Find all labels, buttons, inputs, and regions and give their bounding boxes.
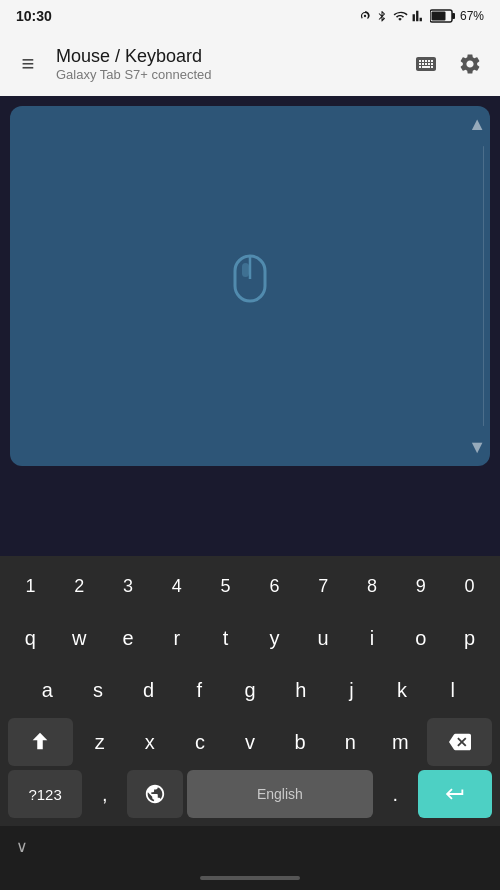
svg-point-0 — [364, 15, 366, 17]
bluetooth-icon — [376, 9, 388, 23]
app-bar: ≡ Mouse / Keyboard Galaxy Tab S7+ connec… — [0, 32, 500, 96]
fingerprint-icon — [358, 9, 372, 23]
shift-key[interactable] — [8, 718, 73, 766]
backspace-key[interactable] — [427, 718, 492, 766]
key-7[interactable]: 7 — [301, 562, 346, 610]
chevron-down-key[interactable]: ∨ — [16, 837, 28, 856]
zxcv-row: z x c v b n m — [0, 718, 500, 766]
svg-rect-6 — [242, 263, 249, 277]
touchpad-area[interactable]: ▲ ▼ — [10, 106, 490, 466]
svg-rect-2 — [452, 13, 455, 19]
keyboard-area: 1 2 3 4 5 6 7 8 9 0 q w e r t y u i o p … — [0, 556, 500, 890]
asdf-row: a s d f g h j k l — [0, 666, 500, 714]
key-j[interactable]: j — [328, 666, 375, 714]
gesture-bar: ∨ — [0, 826, 500, 866]
key-h[interactable]: h — [277, 666, 324, 714]
wifi-icon — [392, 9, 408, 23]
key-6[interactable]: 6 — [252, 562, 297, 610]
key-v[interactable]: v — [227, 718, 273, 766]
key-3[interactable]: 3 — [106, 562, 151, 610]
home-indicator — [200, 876, 300, 880]
home-bar — [0, 866, 500, 890]
key-y[interactable]: y — [252, 614, 297, 662]
scroll-divider — [483, 146, 485, 426]
status-time: 10:30 — [16, 8, 52, 24]
symbols-key[interactable]: ?123 — [8, 770, 82, 818]
key-x[interactable]: x — [127, 718, 173, 766]
bottom-row: ?123 , English . — [0, 770, 500, 818]
space-key[interactable]: English — [187, 770, 373, 818]
key-o[interactable]: o — [398, 614, 443, 662]
battery-icon — [430, 9, 456, 23]
key-d[interactable]: d — [125, 666, 172, 714]
key-1[interactable]: 1 — [8, 562, 53, 610]
key-e[interactable]: e — [106, 614, 151, 662]
number-row: 1 2 3 4 5 6 7 8 9 0 — [0, 562, 500, 610]
key-5[interactable]: 5 — [203, 562, 248, 610]
key-l[interactable]: l — [429, 666, 476, 714]
key-k[interactable]: k — [379, 666, 426, 714]
key-2[interactable]: 2 — [57, 562, 102, 610]
keyboard-button[interactable] — [408, 46, 444, 82]
key-c[interactable]: c — [177, 718, 223, 766]
mouse-icon — [225, 251, 275, 321]
key-s[interactable]: s — [75, 666, 122, 714]
key-g[interactable]: g — [227, 666, 274, 714]
key-u[interactable]: u — [301, 614, 346, 662]
key-i[interactable]: i — [350, 614, 395, 662]
key-p[interactable]: p — [447, 614, 492, 662]
status-icons: 67% — [358, 9, 484, 23]
key-0[interactable]: 0 — [447, 562, 492, 610]
key-t[interactable]: t — [203, 614, 248, 662]
key-r[interactable]: r — [154, 614, 199, 662]
key-w[interactable]: w — [57, 614, 102, 662]
key-f[interactable]: f — [176, 666, 223, 714]
qwerty-row: q w e r t y u i o p — [0, 614, 500, 662]
key-z[interactable]: z — [77, 718, 123, 766]
globe-key[interactable] — [127, 770, 183, 818]
key-m[interactable]: m — [377, 718, 423, 766]
battery-percent: 67% — [460, 9, 484, 23]
period-key[interactable]: . — [377, 770, 414, 818]
app-subtitle: Galaxy Tab S7+ connected — [56, 67, 396, 82]
key-8[interactable]: 8 — [350, 562, 395, 610]
app-bar-title-group: Mouse / Keyboard Galaxy Tab S7+ connecte… — [56, 46, 396, 82]
enter-key[interactable] — [418, 770, 492, 818]
key-q[interactable]: q — [8, 614, 53, 662]
svg-rect-3 — [431, 12, 445, 21]
key-n[interactable]: n — [327, 718, 373, 766]
app-bar-actions — [408, 46, 488, 82]
key-b[interactable]: b — [277, 718, 323, 766]
key-9[interactable]: 9 — [398, 562, 443, 610]
app-title: Mouse / Keyboard — [56, 46, 396, 67]
scroll-up-arrow[interactable]: ▲ — [468, 114, 486, 135]
key-4[interactable]: 4 — [154, 562, 199, 610]
status-bar: 10:30 67% — [0, 0, 500, 32]
menu-button[interactable]: ≡ — [12, 51, 44, 77]
comma-key[interactable]: , — [86, 770, 123, 818]
scroll-down-arrow[interactable]: ▼ — [468, 437, 486, 458]
signal-icon — [412, 9, 426, 23]
settings-button[interactable] — [452, 46, 488, 82]
key-a[interactable]: a — [24, 666, 71, 714]
